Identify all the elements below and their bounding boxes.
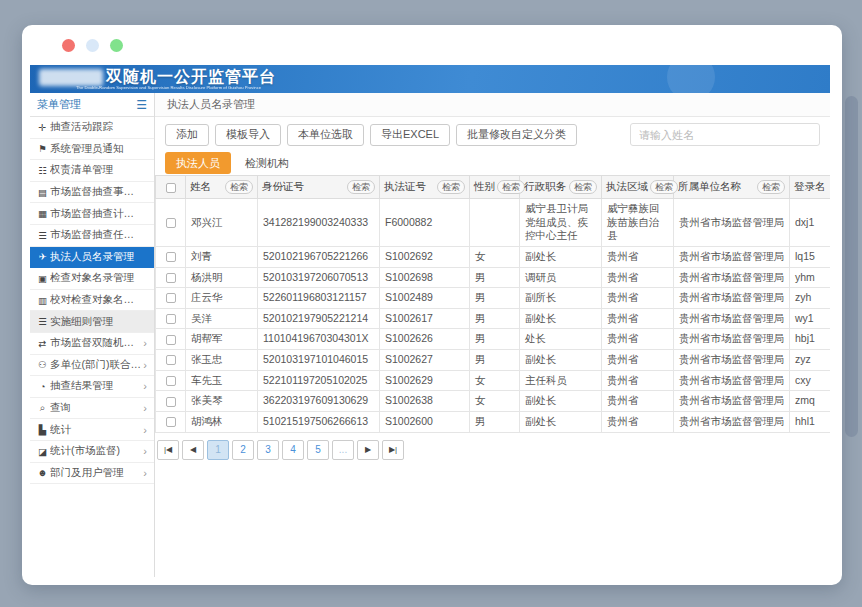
sidebar-menu-item[interactable]: ⌕ 查询 ›	[30, 398, 154, 420]
sidebar-menu-item[interactable]: ⚑ 系统管理员通知 ›	[30, 139, 154, 161]
column-header: 所属单位名称 检索	[674, 176, 790, 199]
sidebar-menu-item[interactable]: ⚇ 多单位(部门)联合抽查 ›	[30, 355, 154, 377]
menu-item-label: 市场监督抽查任务库	[50, 228, 143, 242]
sidebar-menu-item[interactable]: ◔ 抽查结果管理 ›	[30, 376, 154, 398]
sidebar-menu-item[interactable]: ⇄ 市场监督双随机抽查 ›	[30, 333, 154, 355]
org-cell: 贵州省市场监督管理局	[674, 246, 790, 267]
sidebar-menu-item[interactable]: ✈ 执法人员名录管理 ›	[30, 247, 154, 269]
page-number-button[interactable]: ...	[332, 440, 354, 460]
sidebar-menu-item[interactable]: ◪ 统计(市场监督) ›	[30, 441, 154, 463]
tab-label: 检测机构	[245, 157, 289, 169]
org-cell: 贵州省市场监督管理局	[674, 412, 790, 433]
row-checkbox[interactable]	[166, 335, 176, 345]
gender-cell: 女	[470, 391, 520, 412]
row-checkbox[interactable]	[166, 252, 176, 262]
login-cell: yhm	[790, 267, 831, 288]
table-row: 吴洋 520102197905221214 S1002617 男 副处长 贵州省…	[156, 308, 831, 329]
page-number-button[interactable]: 5	[307, 440, 329, 460]
row-checkbox[interactable]	[166, 397, 176, 407]
license-cell: S1002626	[380, 329, 470, 350]
page-number-button[interactable]: 3	[257, 440, 279, 460]
sidebar-menu-item[interactable]: ☷ 权责清单管理 ›	[30, 160, 154, 182]
name-search-input[interactable]	[630, 123, 820, 146]
sidebar-menu-item[interactable]: ▙ 统计 ›	[30, 419, 154, 441]
menu-item-label: 实施细则管理	[50, 315, 143, 329]
position-cell: 副处长	[520, 246, 602, 267]
name-cell: 庄云华	[186, 288, 258, 309]
chevron-right-icon: ›	[143, 380, 149, 392]
menu-item-icon: ✈	[35, 251, 50, 262]
menu-item-label: 市场监督双随机抽查	[50, 336, 143, 350]
position-cell: 副处长	[520, 308, 602, 329]
close-window-button[interactable]	[62, 39, 75, 52]
minimize-window-button[interactable]	[86, 39, 99, 52]
sidebar-menu-item[interactable]: ▥ 校对检查对象名录库 ›	[30, 290, 154, 312]
menu-item-icon: ⌕	[35, 402, 50, 414]
menu-item-icon: ◔	[35, 381, 50, 392]
select-all-checkbox[interactable]	[166, 183, 176, 193]
sidebar-menu-item[interactable]: ▦ 市场监督抽查计划库 ›	[30, 203, 154, 225]
page-number-button[interactable]: 1	[207, 440, 229, 460]
tab-label: 执法人员	[176, 157, 220, 169]
sidebar-menu-item[interactable]: ☰ 市场监督抽查任务库 ›	[30, 225, 154, 247]
id-number-cell: 522101197205102025	[258, 370, 380, 391]
sidebar-menu-item[interactable]: ☰ 实施细则管理 ›	[30, 311, 154, 333]
sidebar-menu-item[interactable]: ✛ 抽查活动跟踪 ›	[30, 117, 154, 139]
maximize-window-button[interactable]	[110, 39, 123, 52]
row-select-cell	[156, 412, 186, 433]
toolbar-button[interactable]: 模板导入	[215, 124, 281, 146]
toolbar-button[interactable]: 本单位选取	[287, 124, 364, 146]
row-checkbox[interactable]	[166, 273, 176, 283]
menu-item-label: 检查对象名录管理	[50, 271, 143, 285]
row-select-cell	[156, 329, 186, 350]
sidebar-menu-item[interactable]: ▣ 检查对象名录管理 ›	[30, 268, 154, 290]
page-number-button[interactable]: 4	[282, 440, 304, 460]
hamburger-menu-icon[interactable]: ☰	[136, 98, 147, 112]
column-label: 执法证号	[384, 180, 426, 194]
menu-item-icon: ⇄	[35, 338, 50, 349]
name-cell: 杨洪明	[186, 267, 258, 288]
gender-cell: 男	[470, 329, 520, 350]
row-checkbox[interactable]	[166, 376, 176, 386]
sidebar-header: 菜单管理 ☰	[30, 93, 154, 117]
toolbar-button[interactable]: 导出EXCEL	[370, 124, 450, 146]
column-header: 姓名 检索	[186, 176, 258, 199]
page-scrollbar-thumb[interactable]	[845, 96, 858, 437]
license-cell: S1002489	[380, 288, 470, 309]
column-filter-button[interactable]: 检索	[437, 180, 465, 194]
column-filter-button[interactable]: 检索	[650, 180, 678, 194]
menu-item-icon: ☰	[35, 230, 50, 241]
license-cell: S1002638	[380, 391, 470, 412]
tab[interactable]: 执法人员	[165, 152, 231, 174]
tab[interactable]: 检测机构	[234, 152, 300, 174]
prev-page-button[interactable]: ◀	[182, 440, 204, 460]
last-page-button[interactable]: ▶|	[382, 440, 404, 460]
position-cell: 副处长	[520, 350, 602, 371]
menu-item-label: 执法人员名录管理	[50, 250, 143, 264]
toolbar-button[interactable]: 添加	[165, 124, 209, 146]
row-select-cell	[156, 246, 186, 267]
row-checkbox[interactable]	[166, 417, 176, 427]
row-checkbox[interactable]	[166, 355, 176, 365]
menu-item-icon: ⚇	[35, 359, 50, 370]
sidebar-menu-item[interactable]: ▤ 市场监督抽查事项库 ›	[30, 182, 154, 204]
officer-table: 姓名 检索 身份证号 检索	[155, 175, 830, 433]
column-filter-button[interactable]: 检索	[225, 180, 253, 194]
row-checkbox[interactable]	[166, 218, 176, 228]
column-label: 执法区域	[606, 180, 648, 194]
org-cell: 贵州省市场监督管理局	[674, 288, 790, 309]
first-page-button[interactable]: |◀	[157, 440, 179, 460]
table-row: 杨洪明 520103197206070513 S1002698 男 调研员 贵州…	[156, 267, 831, 288]
column-filter-button[interactable]: 检索	[497, 180, 525, 194]
column-filter-button[interactable]: 检索	[347, 180, 375, 194]
page-number-button[interactable]: 2	[232, 440, 254, 460]
column-filter-button[interactable]: 检索	[757, 180, 785, 194]
row-checkbox[interactable]	[166, 293, 176, 303]
row-checkbox[interactable]	[166, 314, 176, 324]
sidebar-menu-item[interactable]: ☻ 部门及用户管理 ›	[30, 463, 154, 485]
license-cell: S1002617	[380, 308, 470, 329]
toolbar-button[interactable]: 批量修改自定义分类	[456, 124, 577, 146]
next-page-button[interactable]: ▶	[357, 440, 379, 460]
column-filter-button[interactable]: 检索	[569, 180, 597, 194]
org-cell: 贵州省市场监督管理局	[674, 267, 790, 288]
